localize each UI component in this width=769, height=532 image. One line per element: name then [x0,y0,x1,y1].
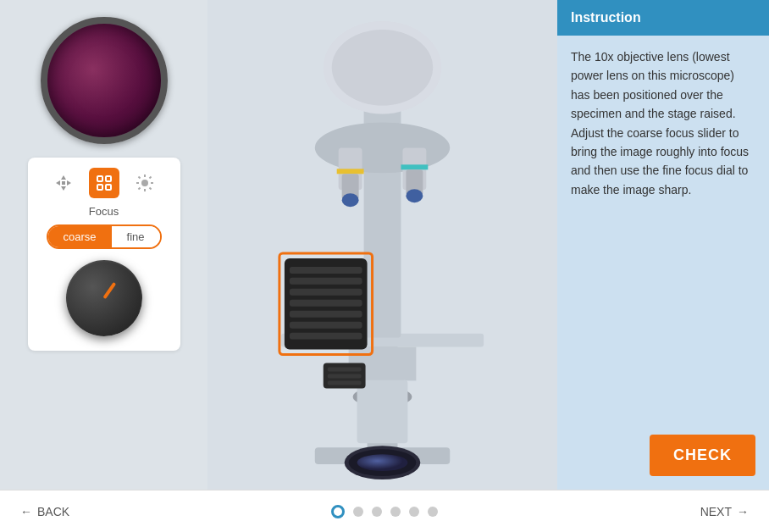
svg-line-15 [149,188,151,190]
svg-rect-37 [401,164,428,169]
svg-point-27 [357,454,408,471]
focus-knob[interactable] [66,260,142,336]
pagination-dots [331,505,438,518]
check-button[interactable]: CHECK [650,435,755,476]
svg-rect-51 [328,374,362,378]
bottom-nav: ← BACK NEXT → [0,490,769,532]
fine-toggle[interactable]: fine [112,226,160,247]
back-label: BACK [37,505,69,518]
target-icon [95,174,113,192]
control-box: Focus coarse fine [28,158,180,351]
next-arrow-icon: → [737,505,749,518]
svg-point-9 [141,180,148,186]
knob-indicator [102,282,116,299]
brightness-icon-button[interactable] [130,168,160,198]
dot-5[interactable] [409,507,419,517]
left-panel: Focus coarse fine [0,0,207,490]
instruction-title: Instruction [571,10,755,25]
svg-rect-4 [62,181,65,185]
dot-4[interactable] [390,507,401,517]
svg-rect-46 [290,311,362,318]
svg-point-39 [406,189,423,202]
focus-toggle: coarse fine [47,224,162,249]
next-label: NEXT [700,505,732,518]
focus-label: Focus [89,205,119,218]
svg-rect-7 [97,185,102,190]
dot-3[interactable] [372,507,382,517]
svg-rect-42 [290,267,362,274]
svg-line-17 [138,188,140,190]
svg-rect-6 [106,176,111,181]
main-area: Focus coarse fine [0,0,769,490]
svg-rect-43 [290,278,362,285]
sun-icon [136,174,154,192]
svg-rect-48 [290,333,362,340]
right-panel: Instruction The 10x objective lens (lowe… [557,0,769,490]
svg-rect-33 [337,169,364,174]
svg-rect-24 [357,380,408,443]
focus-icon-button[interactable] [89,168,119,198]
control-icons [48,168,160,198]
back-button[interactable]: ← BACK [20,505,69,518]
back-arrow-icon: ← [20,505,32,518]
microscope-illustration [207,0,557,490]
svg-marker-2 [56,180,60,186]
svg-line-14 [138,177,140,179]
eyepiece-view [41,17,168,144]
dot-6[interactable] [428,507,438,517]
svg-rect-44 [290,289,362,296]
svg-rect-47 [290,322,362,329]
svg-line-16 [149,177,151,179]
svg-marker-1 [61,186,66,191]
coarse-toggle[interactable]: coarse [48,226,112,247]
svg-rect-50 [328,368,362,372]
instruction-header: Instruction [557,0,769,36]
svg-rect-45 [290,300,362,307]
svg-marker-0 [61,175,66,180]
arrows-icon [54,174,73,192]
focus-knob-container [62,256,147,341]
svg-rect-5 [97,176,102,181]
dot-1[interactable] [331,505,345,518]
svg-rect-8 [106,185,111,190]
svg-point-30 [332,30,434,106]
move-icon-button[interactable] [48,168,79,198]
svg-point-31 [315,123,450,174]
next-button[interactable]: NEXT → [700,505,749,518]
svg-point-35 [342,193,359,207]
svg-marker-3 [67,180,71,186]
svg-rect-52 [328,380,362,385]
center-panel [207,0,557,490]
instruction-body: The 10x objective lens (lowest power len… [557,36,769,426]
dot-2[interactable] [353,507,363,517]
